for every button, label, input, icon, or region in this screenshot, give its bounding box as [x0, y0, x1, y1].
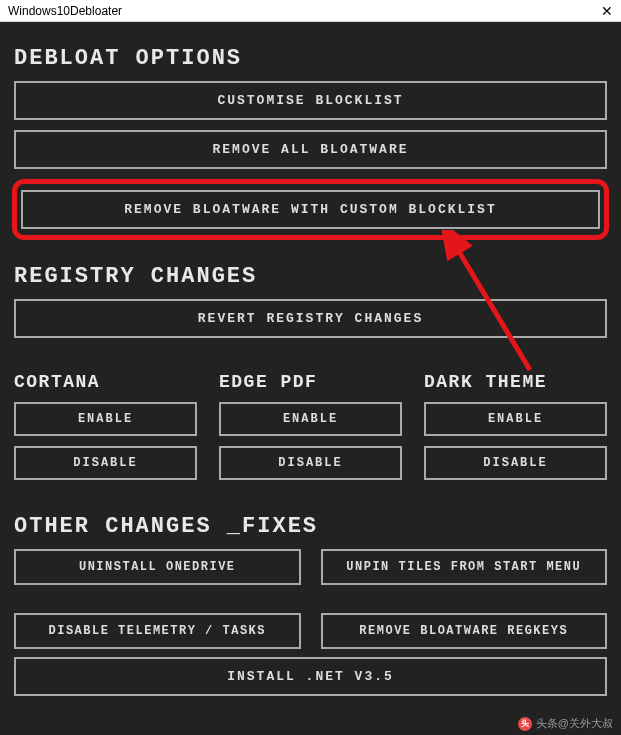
cortana-enable-button[interactable]: ENABLE [14, 402, 197, 436]
revert-registry-button[interactable]: REVERT REGISTRY CHANGES [14, 299, 607, 338]
highlighted-callout: REMOVE BLOATWARE WITH CUSTOM BLOCKLIST [12, 179, 609, 240]
remove-all-bloatware-button[interactable]: REMOVE ALL BLOATWARE [14, 130, 607, 169]
remove-bloatware-custom-button[interactable]: REMOVE BLOATWARE WITH CUSTOM BLOCKLIST [21, 190, 600, 229]
cortana-column: CORTANA ENABLE DISABLE [14, 372, 197, 490]
close-icon[interactable]: ✕ [601, 3, 613, 19]
disable-telemetry-button[interactable]: DISABLE TELEMETRY / TASKS [14, 613, 301, 649]
registry-heading: REGISTRY CHANGES [14, 264, 607, 289]
edge-pdf-heading: EDGE PDF [219, 372, 402, 392]
cortana-disable-button[interactable]: DISABLE [14, 446, 197, 480]
edge-pdf-column: EDGE PDF ENABLE DISABLE [219, 372, 402, 490]
edge-pdf-enable-button[interactable]: ENABLE [219, 402, 402, 436]
window-title: Windows10Debloater [8, 4, 122, 18]
titlebar: Windows10Debloater ✕ [0, 0, 621, 22]
dark-theme-heading: DARK THEME [424, 372, 607, 392]
customise-blocklist-button[interactable]: CUSTOMISE BLOCKLIST [14, 81, 607, 120]
unpin-tiles-button[interactable]: UNPIN TILES FROM START MENU [321, 549, 608, 585]
remove-regkeys-button[interactable]: REMOVE BLOATWARE REGKEYS [321, 613, 608, 649]
columns-toggles: CORTANA ENABLE DISABLE EDGE PDF ENABLE D… [14, 372, 607, 490]
edge-pdf-disable-button[interactable]: DISABLE [219, 446, 402, 480]
other-heading: OTHER CHANGES _FIXES [14, 514, 607, 539]
watermark: 头 头条@关外大叔 [518, 716, 613, 731]
other-grid: UNINSTALL ONEDRIVE UNPIN TILES FROM STAR… [14, 549, 607, 657]
watermark-text: 头条@关外大叔 [536, 716, 613, 731]
watermark-icon: 头 [518, 717, 532, 731]
install-net-button[interactable]: INSTALL .NET V3.5 [14, 657, 607, 696]
dark-theme-enable-button[interactable]: ENABLE [424, 402, 607, 436]
debloat-heading: DEBLOAT OPTIONS [14, 46, 607, 71]
dark-theme-column: DARK THEME ENABLE DISABLE [424, 372, 607, 490]
dark-theme-disable-button[interactable]: DISABLE [424, 446, 607, 480]
cortana-heading: CORTANA [14, 372, 197, 392]
app-body: DEBLOAT OPTIONS CUSTOMISE BLOCKLIST REMO… [0, 22, 621, 735]
uninstall-onedrive-button[interactable]: UNINSTALL ONEDRIVE [14, 549, 301, 585]
